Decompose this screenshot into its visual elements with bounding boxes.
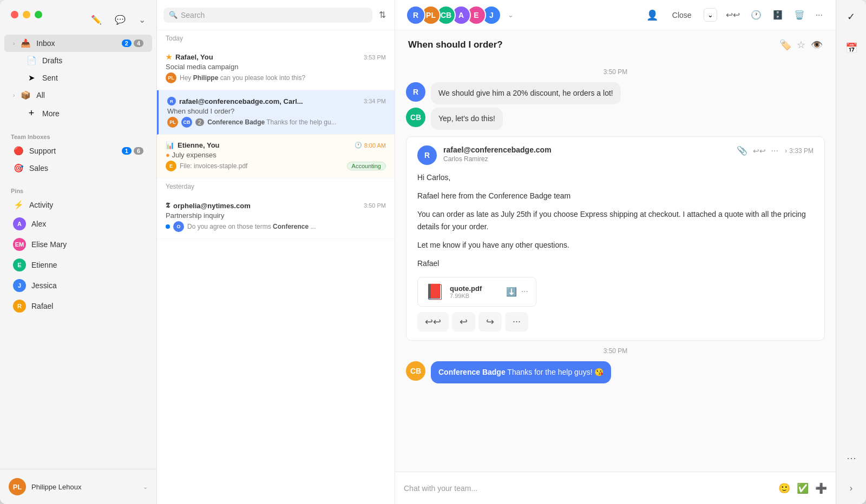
- sidebar-item-elise[interactable]: EM Elise Mary: [4, 234, 152, 255]
- chat-bar: Chat with your team... 🙂 ✅ ➕: [395, 472, 836, 504]
- traffic-light-red[interactable]: [11, 11, 18, 18]
- sidebar-item-etienne[interactable]: E Etienne: [4, 255, 152, 275]
- support-badge-gray: 6: [134, 147, 143, 155]
- forward-button[interactable]: ↪: [478, 312, 502, 331]
- conv-time: 3:53 PM: [364, 54, 386, 61]
- participants-chevron[interactable]: ⌄: [508, 11, 514, 19]
- collapse-icon[interactable]: ›: [845, 479, 857, 498]
- sidebar-item-support[interactable]: 🔴 Support 1 6: [4, 142, 152, 160]
- right-sidebar: ✓ 📅 ⋯ ›: [836, 0, 866, 504]
- main-header: RPLCBAEJ ⌄ 👤 Close ⌄ ↩↩ 🕐 🗄️ 🗑️ ···: [395, 0, 836, 30]
- expand-chevron: ›: [13, 41, 15, 47]
- support-badges: 1 6: [122, 147, 143, 155]
- download-icon[interactable]: ⬇️: [506, 287, 517, 297]
- preview-count: 2: [195, 118, 204, 126]
- conf-badge-name: Conference Badge: [438, 368, 506, 376]
- user-name: Philippe Lehoux: [31, 483, 137, 491]
- reply-all-icon[interactable]: ↩↩: [724, 8, 742, 22]
- more-reply-button[interactable]: ···: [505, 312, 528, 331]
- check-circle-icon[interactable]: ✅: [797, 482, 809, 494]
- star-icon[interactable]: ☆: [797, 39, 805, 51]
- message-row: CB Yep, let's do this!: [406, 108, 825, 130]
- time-label-bottom: 3:50 PM: [406, 347, 825, 355]
- participant-avatar-0: R: [406, 5, 425, 25]
- sidebar-item-rafael[interactable]: R Rafael: [4, 296, 152, 316]
- label-icon[interactable]: 🏷️: [779, 39, 791, 51]
- sidebar-item-sales[interactable]: 🎯 Sales: [4, 160, 152, 177]
- conv-subject: Social media campaign: [166, 63, 386, 71]
- preview-avatar-2: CB: [181, 117, 192, 128]
- attachment[interactable]: 📕 quote.pdf 7.99KB ⬇️ ···: [417, 277, 536, 307]
- sidebar-item-activity[interactable]: ⚡ Activity: [4, 196, 152, 214]
- plus-circle-icon[interactable]: ➕: [815, 482, 827, 494]
- conf-badge-bubble: Conference Badge Thanks for the help guy…: [431, 361, 611, 383]
- conv-item-etienne[interactable]: 📊 Etienne, You 🕐 8:00 AM ● July expenses…: [157, 135, 395, 178]
- pin-label-rafael: Rafael: [31, 302, 143, 310]
- conv-item-orphelia[interactable]: 𝕿 orphelia@nytimes.com 3:50 PM Partnersh…: [157, 195, 395, 239]
- trash-icon[interactable]: 🗑️: [792, 8, 807, 22]
- conv-preview: PL CB 2 Conference Badge Thanks for the …: [167, 117, 386, 128]
- sender-avatar: R: [167, 97, 176, 105]
- sidebar-item-drafts[interactable]: 📄 Drafts: [4, 52, 152, 69]
- expand-chevron: ›: [785, 147, 787, 155]
- sales-label: Sales: [29, 164, 143, 173]
- conv-list-header: 🔍 Search ⇅: [157, 0, 395, 30]
- sidebar-item-sent[interactable]: ➤ Sent: [4, 69, 152, 87]
- user-profile[interactable]: PL Philippe Lehoux ⌄: [0, 469, 156, 504]
- email-more-icon[interactable]: ···: [771, 146, 778, 156]
- traffic-light-green[interactable]: [35, 11, 42, 18]
- nytimes-icon: 𝕿: [166, 201, 170, 210]
- pins-label: Pins: [0, 181, 156, 196]
- user-avatar: PL: [9, 478, 26, 495]
- check-icon[interactable]: ✓: [843, 6, 860, 27]
- conv-from-label: Rafael, You: [175, 53, 213, 61]
- chat-input[interactable]: Chat with your team...: [404, 484, 772, 493]
- search-bar[interactable]: 🔍 Search: [163, 8, 372, 23]
- email-line-1: Hi Carlos,: [417, 171, 813, 184]
- conv-from-label: orphelia@nytimes.com: [173, 202, 251, 210]
- sales-icon: 🎯: [13, 163, 24, 173]
- more-icon[interactable]: ···: [813, 8, 825, 22]
- emoji-icon[interactable]: 🙂: [778, 482, 790, 494]
- compose-icon[interactable]: ✏️: [89, 12, 104, 27]
- support-badge-blue: 1: [122, 147, 132, 155]
- team-inboxes-label: Team Inboxes: [0, 127, 156, 142]
- filter-icon[interactable]: ⇅: [377, 8, 388, 22]
- conv-item-rafael[interactable]: ★ Rafael, You 3:53 PM Social media campa…: [157, 47, 395, 90]
- more-label: More: [42, 109, 143, 118]
- history-icon[interactable]: 🕐: [749, 8, 764, 22]
- calendar-icon[interactable]: 📅: [841, 38, 862, 58]
- rafael-avatar: R: [13, 300, 26, 313]
- chat-icon[interactable]: 💬: [113, 12, 128, 27]
- reply-button[interactable]: ↩: [452, 312, 475, 331]
- conv-subject: When should I order?: [167, 107, 386, 115]
- conv-subject: ● July expenses: [166, 151, 386, 159]
- all-chevron: ›: [13, 92, 15, 98]
- sidebar-item-inbox[interactable]: › 📥 Inbox 2 4: [4, 35, 152, 52]
- sidebar-item-alex[interactable]: A Alex: [4, 214, 152, 234]
- chevron-down-icon[interactable]: ⌄: [136, 12, 148, 27]
- email-line-5: Rafael: [417, 257, 813, 270]
- conv-preview: O Do you agree on those terms Conference…: [166, 221, 386, 232]
- close-label: Close: [672, 11, 692, 19]
- sidebar-item-all[interactable]: › 📦 All: [4, 87, 152, 104]
- reply-all-small-icon[interactable]: ↩↩: [753, 147, 766, 155]
- email-line-2: Rafael here from the Conference Badge te…: [417, 190, 813, 203]
- attachment-more-icon[interactable]: ···: [521, 287, 528, 297]
- traffic-light-yellow[interactable]: [23, 11, 30, 18]
- more-dots-icon[interactable]: ⋯: [842, 448, 861, 468]
- close-dropdown[interactable]: ⌄: [704, 8, 717, 22]
- close-button[interactable]: Close: [667, 9, 697, 22]
- sidebar-item-jessica[interactable]: J Jessica: [4, 275, 152, 296]
- reply-all-button[interactable]: ↩↩: [417, 312, 449, 331]
- sidebar-item-more[interactable]: + More: [4, 104, 152, 123]
- search-input[interactable]: Search: [181, 11, 367, 19]
- archive-icon[interactable]: 🗄️: [770, 8, 785, 22]
- msg-avatar: R: [406, 82, 425, 102]
- conf-badge-message-row: CB Conference Badge Thanks for the help …: [406, 361, 825, 383]
- attachment-info: quote.pdf 7.99KB: [450, 284, 501, 299]
- conv-item-conference[interactable]: R rafael@conferencebadge.com, Carl... 3:…: [157, 90, 395, 135]
- all-icon: 📦: [20, 90, 31, 100]
- eye-icon[interactable]: 👁️: [811, 39, 823, 51]
- preview-avatar: PL: [166, 72, 176, 83]
